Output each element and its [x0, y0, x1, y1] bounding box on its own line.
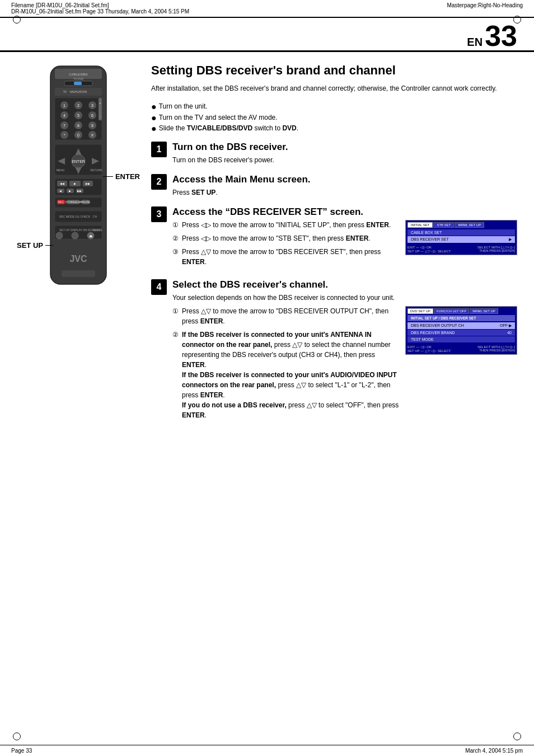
screen3-tab-3: MRML SET UP [455, 222, 484, 228]
right-panel: Setting DBS receiver's brand and channel… [151, 63, 517, 433]
step-4-substeps: ① Press △▽ to move the arrow to "DBS REC… [172, 306, 400, 424]
svg-text:TV: TV [63, 90, 67, 93]
screen4-item-3: TEST MODE [407, 336, 515, 342]
step-1-body: Turn on the DBS receiver's power. [172, 155, 517, 165]
screen3-tab-2: STB SET [433, 222, 454, 228]
step-1-title: Turn on the DBS receiver. [172, 142, 517, 153]
screen4-tabs: DVD SET UP FUNC/CH LET OFF MRML SET UP [407, 308, 515, 314]
page-lang: EN [467, 36, 483, 48]
step-1-number: 1 [151, 142, 167, 157]
page-number-box: EN 33 [467, 21, 517, 50]
svg-point-74 [56, 232, 63, 239]
svg-text:SET UP: SET UP [59, 228, 70, 232]
screen4-item-2: DBS RECEIVER BRAND40 [407, 330, 515, 336]
step-3-title: Access the “DBS RECEIVER SET” screen. [172, 206, 517, 218]
step-3-sub-1: ① Press ◁▷ to move the arrow to "INITIAL… [172, 220, 400, 230]
bullet-text-2: Turn on the TV and select the AV mode. [159, 112, 278, 123]
step-1-block: 1 Turn on the DBS receiver. Turn on the … [151, 142, 517, 165]
step-2-title: Access the Main Menu screen. [172, 174, 517, 185]
step-4-sub-2: ② If the DBS receiver is connected to yo… [172, 330, 400, 420]
screen4-tab-3: MRML SET UP [470, 308, 498, 314]
main-content: CABLE/DBS TV DVD TV NAVIGATION 1 2 3 [0, 52, 534, 444]
svg-text:8: 8 [77, 124, 79, 128]
svg-text:3: 3 [91, 104, 93, 107]
page-number-bar: EN 33 [0, 18, 534, 52]
svg-text:STORE/EAR: STORE/EAR [65, 200, 82, 204]
screen4-footer: EXIT — ◁▷ OKSET UP — △▽ ◁▷ SELECT SELECT… [407, 345, 515, 353]
step-3-sub-2: ② Press ◁▷ to move the arrow to "STB SET… [172, 233, 400, 243]
svg-text:▶: ▶ [74, 182, 76, 185]
enter-label-area: ENTER [103, 172, 140, 181]
svg-text:5: 5 [77, 114, 79, 118]
svg-text:CH: CH [93, 215, 97, 218]
screen3-footer: EXIT — ◁▷ OKSET UP — △▽ ◁▷ SELECT SELECT… [407, 245, 515, 253]
enter-line [103, 176, 113, 177]
page-number: 33 [485, 21, 517, 50]
page-title: Setting DBS receiver's brand and channel [151, 63, 517, 78]
header: Filename [DR-M10U_06-2Initial Set.fm] DR… [0, 0, 534, 18]
svg-text:REC: REC [58, 200, 64, 204]
svg-text:⏏: ⏏ [89, 234, 93, 238]
step-4-number: 4 [151, 279, 167, 295]
step-2-number: 2 [151, 174, 167, 190]
step-4-intro: Your selection depends on how the DBS re… [172, 293, 517, 303]
step-3-block: 3 Access the “DBS RECEIVER SET” screen. … [151, 206, 517, 270]
svg-text:CLOSE: CLOSE [93, 228, 103, 232]
step-2-block: 2 Access the Main Menu screen. Press SET… [151, 174, 517, 198]
screen4-header: INITIAL SET UP / DBS RECEIVER SET [407, 315, 515, 321]
setup-label-area: SET UP [17, 241, 53, 250]
setup-label: SET UP [17, 241, 43, 250]
file-info-line: DR-M10U_06-2Initial Set.fm Page 33 Thurs… [11, 8, 189, 15]
screen3-tabs: INITIAL SET STB SET MRML SET UP [407, 222, 515, 228]
svg-text:+: + [100, 101, 101, 105]
svg-point-75 [72, 232, 78, 239]
screen3-item-2: DBS RECEIVER SET▶ [407, 236, 515, 243]
bullet-2: ● Turn on the TV and select the AV mode. [151, 112, 517, 123]
svg-text:JVC: JVC [69, 254, 87, 264]
svg-text:NAVIGATION: NAVIGATION [70, 90, 87, 93]
setup-line [45, 245, 53, 246]
bullet-1: ● Turn on the unit. [151, 101, 517, 112]
screen3-tab-1: INITIAL SET [407, 222, 433, 228]
step-3-number: 3 [151, 206, 167, 222]
reg-mark-bl [13, 732, 21, 740]
step-3-screen: INITIAL SET STB SET MRML SET UP CABLE BO… [405, 220, 517, 255]
step-4-content: Select the DBS receiver's channel. Your … [172, 279, 517, 424]
step-4-title: Select the DBS receiver's channel. [172, 279, 517, 290]
bullet-3: ● Slide the TV/CABLE/DBS/DVD switch to D… [151, 123, 517, 134]
step-4-sub-1: ① Press △▽ to move the arrow to "DBS REC… [172, 306, 400, 326]
screen4-item-1: DBS RECEIVER OUTPUT CHOFF ▶ [407, 322, 515, 329]
svg-text:TV  DVD: TV DVD [73, 77, 84, 81]
step-3-content: Access the “DBS RECEIVER SET” screen. ① … [172, 206, 517, 270]
svg-text:CABLE/DBS: CABLE/DBS [69, 73, 88, 76]
svg-text:2: 2 [77, 104, 79, 107]
reg-mark-tr [513, 16, 521, 24]
reg-mark-br [513, 732, 521, 740]
step-1-content: Turn on the DBS receiver. Turn on the DB… [172, 142, 517, 165]
svg-text:◀: ◀ [59, 189, 62, 192]
svg-text:MENU: MENU [57, 168, 65, 172]
svg-text:ENTER: ENTER [72, 159, 85, 163]
screen4-tab-2: FUNC/CH LET OFF [434, 308, 469, 314]
screen3-item-1: CABLE BOX SET [407, 229, 515, 236]
reg-mark-tl [13, 16, 21, 24]
svg-text:1: 1 [63, 104, 65, 107]
svg-rect-79 [62, 270, 95, 277]
left-panel: CABLE/DBS TV DVD TV NAVIGATION 1 2 3 [17, 63, 140, 433]
svg-text:REC MODE: REC MODE [59, 215, 75, 218]
footer-date: March 4, 2004 5:15 pm [465, 748, 523, 754]
screen4-tab-1: DVD SET UP [407, 308, 433, 314]
bullet-text-1: Turn on the unit. [159, 101, 208, 112]
filename-line: Filename [DR-M10U_06-2Initial Set.fm] [11, 2, 189, 8]
header-right: Masterpage:Right-No-Heading [447, 2, 523, 8]
svg-text:LVL CHECK: LVL CHECK [75, 215, 91, 218]
step-3-body-area: ① Press ◁▷ to move the arrow to "INITIAL… [172, 220, 517, 270]
bullet-text-3: Slide the TV/CABLE/DBS/DVD switch to DVD… [159, 123, 298, 134]
bullet-box: ● Turn on the unit. ● Turn on the TV and… [151, 101, 517, 134]
step-2-body: Press SET UP. [172, 187, 517, 198]
step-4-body-area: ① Press △▽ to move the arrow to "DBS REC… [172, 306, 517, 424]
remote-control-image: CABLE/DBS TV DVD TV NAVIGATION 1 2 3 [34, 63, 123, 298]
svg-text:#: # [91, 133, 93, 137]
svg-text:9: 9 [91, 124, 93, 128]
svg-text:4: 4 [63, 114, 65, 118]
